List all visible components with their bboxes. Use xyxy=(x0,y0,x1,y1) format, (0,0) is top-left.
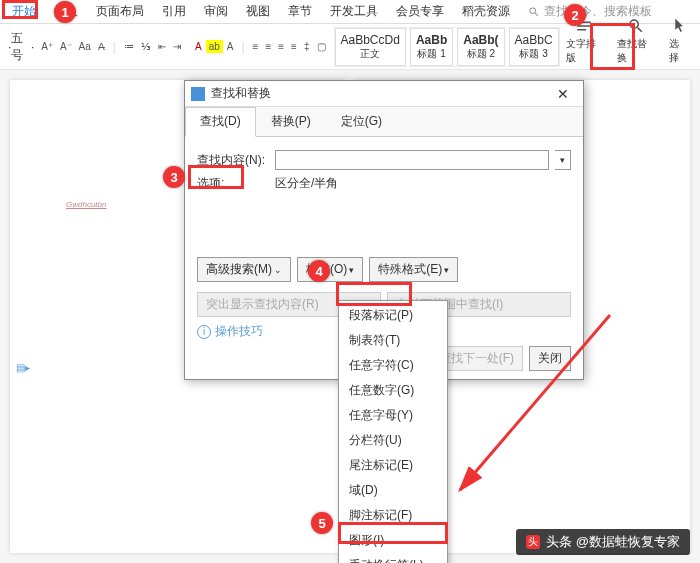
clear-format-button[interactable]: A̶ xyxy=(95,40,108,53)
mi-graphic[interactable]: 图形(I) xyxy=(339,528,447,553)
char-upper-button[interactable]: A xyxy=(224,40,237,53)
highlight-button[interactable]: ab xyxy=(206,40,223,53)
grow-font-button[interactable]: A⁺ xyxy=(38,40,56,53)
change-case-button[interactable]: Aa xyxy=(76,40,94,53)
bullets-button[interactable]: ≔ xyxy=(121,40,137,53)
tab-review[interactable]: 审阅 xyxy=(196,1,236,22)
align-justify-button[interactable]: ≡ xyxy=(288,40,300,53)
advanced-search-button[interactable]: 高级搜索(M)⌄ xyxy=(197,257,291,282)
mi-footnote-mark[interactable]: 脚注标记(F) xyxy=(339,503,447,528)
info-icon: i xyxy=(197,325,211,339)
tab-goto[interactable]: 定位(G) xyxy=(326,107,397,136)
style-normal[interactable]: AaBbCcDd正文 xyxy=(335,28,406,66)
shading-button[interactable]: ▢ xyxy=(314,40,329,53)
mi-paragraph-mark[interactable]: 段落标记(P) xyxy=(339,303,447,328)
numbering-button[interactable]: ⅓ xyxy=(138,40,154,53)
tab-layout[interactable]: 页面布局 xyxy=(88,1,152,22)
find-content-dropdown[interactable]: ▾ xyxy=(555,150,571,170)
dialog-tabs: 查找(D) 替换(P) 定位(G) xyxy=(185,107,583,137)
find-content-input[interactable] xyxy=(275,150,549,170)
magnifier-icon xyxy=(627,17,645,35)
find-content-label: 查找内容(N): xyxy=(197,152,269,169)
options-label: 选项: xyxy=(197,175,269,192)
tab-vip[interactable]: 会员专享 xyxy=(388,1,452,22)
tab-view[interactable]: 视图 xyxy=(238,1,278,22)
dialog-title: 查找和替换 xyxy=(211,85,549,102)
font-size-select[interactable]: · 五号 · xyxy=(5,29,37,65)
line-spacing-button[interactable]: ‡ xyxy=(301,40,313,53)
dialog-titlebar[interactable]: 查找和替换 ✕ xyxy=(185,81,583,107)
mi-field[interactable]: 域(D) xyxy=(339,478,447,503)
mi-tab-char[interactable]: 制表符(T) xyxy=(339,328,447,353)
find-replace-button[interactable]: 查找替换▾ xyxy=(613,15,659,78)
author-watermark: 头 头条 @数据蛙恢复专家 xyxy=(516,529,690,555)
mi-column-break[interactable]: 分栏符(U) xyxy=(339,428,447,453)
search-icon xyxy=(528,6,540,18)
style-h2[interactable]: AaBb(标题 2 xyxy=(457,28,504,66)
special-format-menu: 段落标记(P) 制表符(T) 任意字符(C) 任意数字(G) 任意字母(Y) 分… xyxy=(338,300,448,563)
tab-replace[interactable]: 替换(P) xyxy=(256,107,326,136)
shrink-font-button[interactable]: A⁻ xyxy=(57,40,75,53)
mi-any-char[interactable]: 任意字符(C) xyxy=(339,353,447,378)
options-value: 区分全/半角 xyxy=(275,175,338,192)
tab-references[interactable]: 引用 xyxy=(154,1,194,22)
font-color-button[interactable]: A xyxy=(192,40,205,53)
mi-any-letter[interactable]: 任意字母(Y) xyxy=(339,403,447,428)
mi-any-digit[interactable]: 任意数字(G) xyxy=(339,378,447,403)
style-h3[interactable]: AaBbC标题 3 xyxy=(509,28,559,66)
toutiao-logo-icon: 头 xyxy=(526,535,540,549)
tab-dev[interactable]: 开发工具 xyxy=(322,1,386,22)
format-button[interactable]: 格式(O)▾ xyxy=(297,257,363,282)
tab-sections[interactable]: 章节 xyxy=(280,1,320,22)
indent-inc-button[interactable]: ⇥ xyxy=(170,40,184,53)
style-gallery[interactable]: AaBbCcDd正文 AaBb标题 1 AaBb(标题 2 AaBbC标题 3 xyxy=(334,27,560,67)
align-right-button[interactable]: ≡ xyxy=(275,40,287,53)
dialog-icon xyxy=(191,87,205,101)
select-button[interactable]: 选择▾ xyxy=(665,15,692,78)
dialog-close-button[interactable]: 关闭 xyxy=(529,346,571,371)
align-left-button[interactable]: ≡ xyxy=(250,40,262,53)
tab-home[interactable]: 开始 xyxy=(4,1,44,22)
close-icon[interactable]: ✕ xyxy=(549,84,577,104)
indent-dec-button[interactable]: ⇤ xyxy=(155,40,169,53)
mi-manual-line-break[interactable]: 手动换行符(L) xyxy=(339,553,447,563)
cursor-icon xyxy=(670,17,688,35)
align-center-button[interactable]: ≡ xyxy=(262,40,274,53)
ribbon-toolbar: · 五号 · A⁺ A⁻ Aa A̶ | ≔ ⅓ ⇤ ⇥ A ab A | ≡ … xyxy=(0,24,700,70)
tab-resources[interactable]: 稻壳资源 xyxy=(454,1,518,22)
tab-find[interactable]: 查找(D) xyxy=(185,107,256,137)
page-indicator-icon: ▤▸ xyxy=(16,362,30,373)
style-h1[interactable]: AaBb标题 1 xyxy=(410,28,453,66)
mi-endnote-mark[interactable]: 尾注标记(E) xyxy=(339,453,447,478)
special-format-button[interactable]: 特殊格式(E)▾ xyxy=(369,257,458,282)
